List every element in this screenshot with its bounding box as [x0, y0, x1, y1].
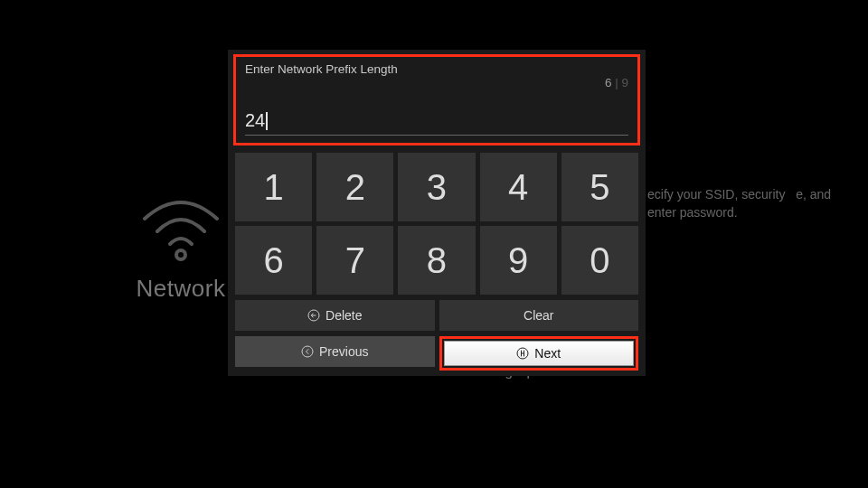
next-icon: [516, 347, 529, 360]
key-1[interactable]: 1: [235, 153, 312, 221]
previous-icon: [301, 345, 314, 358]
prefix-length-dialog: Enter Network Prefix Length 6 | 9 24 1 2…: [228, 50, 646, 376]
next-button-highlight: Next: [439, 336, 639, 371]
numeric-keypad: 1 2 3 4 5 6 7 8 9 0: [233, 153, 640, 295]
input-header-row: Enter Network Prefix Length 6 | 9: [245, 62, 628, 103]
input-area-highlight: Enter Network Prefix Length 6 | 9 24: [233, 54, 640, 145]
key-2[interactable]: 2: [316, 153, 393, 221]
delete-label: Delete: [326, 308, 362, 323]
key-6[interactable]: 6: [235, 226, 312, 295]
previous-label: Previous: [319, 344, 368, 359]
svg-point-0: [176, 250, 185, 259]
key-9[interactable]: 9: [480, 226, 557, 295]
svg-point-2: [302, 346, 313, 357]
nav-actions-row: Previous Next: [233, 336, 640, 371]
prefix-length-input[interactable]: 24: [245, 108, 628, 136]
text-caret: [266, 112, 268, 130]
key-3[interactable]: 3: [398, 153, 475, 221]
next-label: Next: [534, 346, 561, 361]
network-hint-text: ecify your SSID, security e, and enter p…: [647, 186, 855, 221]
key-5[interactable]: 5: [561, 153, 638, 221]
key-4[interactable]: 4: [480, 153, 557, 221]
key-8[interactable]: 8: [398, 226, 475, 295]
delete-button[interactable]: Delete: [235, 300, 435, 331]
previous-button[interactable]: Previous: [235, 336, 435, 367]
key-0[interactable]: 0: [561, 226, 638, 295]
prefix-length-value: 24: [245, 110, 265, 131]
input-title: Enter Network Prefix Length: [245, 62, 398, 76]
backspace-icon: [307, 309, 320, 322]
wifi-icon: [136, 190, 226, 262]
clear-label: Clear: [524, 308, 553, 323]
edit-actions-row: Delete Clear: [233, 300, 640, 331]
clear-button[interactable]: Clear: [439, 300, 639, 331]
step-counter: 6 | 9: [578, 62, 628, 103]
step-total: 9: [621, 76, 628, 89]
key-7[interactable]: 7: [316, 226, 393, 295]
next-button[interactable]: Next: [444, 341, 635, 366]
